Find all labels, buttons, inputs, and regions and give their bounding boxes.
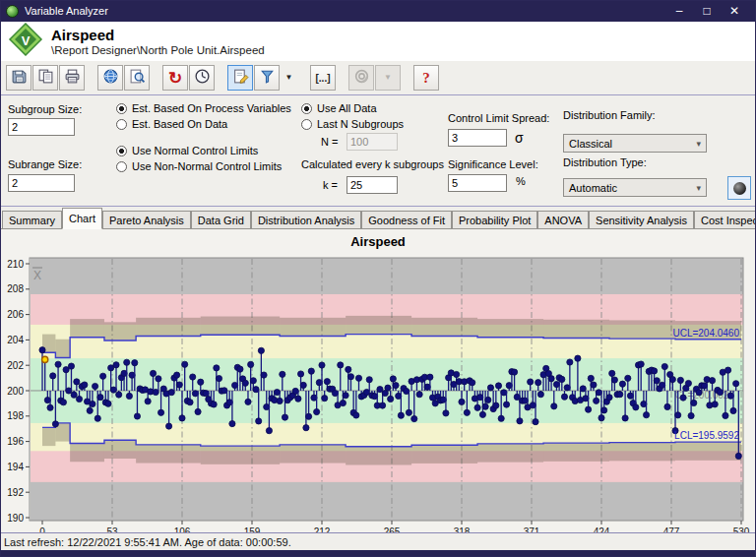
k-input[interactable] [346,176,398,194]
control-limit-spread-input[interactable] [448,129,507,147]
percent-unit-label: % [516,175,526,187]
distribution-family-select[interactable]: Classical ▾ [563,134,707,153]
control-chart-plot[interactable]: CL=200.0026UCL=204.0460LCL=195.9592X1901… [0,252,756,533]
significance-level-label: Significance Level: [448,158,538,170]
radio-est-process-variables[interactable]: Est. Based On Process Variables [116,102,291,114]
filter-dropdown-button[interactable]: ▼ [281,65,297,91]
distribution-family-value: Classical [569,138,612,150]
radio-est-data[interactable]: Est. Based On Data [116,118,227,130]
distribution-type-value: Automatic [569,182,617,194]
web-report-button[interactable] [97,65,123,91]
print-button[interactable] [59,65,85,91]
window-title: Variable Analyzer [25,5,108,17]
radio-label: Use Non-Normal Control Limits [132,160,282,172]
save-button[interactable] [6,65,32,91]
printer-icon [64,68,81,89]
chevron-down-disabled-icon: ▼ [384,74,392,82]
refresh-icon: ↻ [168,70,182,87]
print-preview-button[interactable] [124,65,150,91]
svg-text:196: 196 [7,436,24,447]
report-title: Airspeed [51,27,265,43]
radio-label: Use Normal Control Limits [132,145,258,156]
status-text: Last refresh: 12/22/2021 9:55:41 AM. Age… [4,536,291,548]
svg-text:X: X [33,269,41,282]
n-label: N = [321,136,338,148]
rotate-dropdown-button: ▼ [375,65,401,91]
help-button[interactable]: ? [413,65,439,91]
refresh-button[interactable]: ↻ [162,65,188,91]
chart-panel: Airspeed CL=200.0026UCL=204.0460LCL=195.… [0,229,756,532]
subrange-size-input[interactable] [8,174,75,192]
minimize-button[interactable]: – [669,1,689,21]
svg-text:194: 194 [7,462,24,472]
clock-icon [194,68,211,89]
svg-text:190: 190 [7,513,24,524]
filter-button[interactable] [254,65,280,91]
svg-text:202: 202 [7,360,24,371]
status-bar: Last refresh: 12/22/2021 9:55:41 AM. Age… [0,533,756,550]
radio-label: Use All Data [317,102,377,114]
svg-text:206: 206 [7,309,24,320]
radio-non-normal-limits[interactable]: Use Non-Normal Control Limits [116,160,282,172]
funnel-icon [259,68,276,89]
help-icon: ? [422,70,430,87]
svg-text:208: 208 [7,283,24,294]
radio-use-all-data[interactable]: Use All Data [301,102,377,114]
tab-summary[interactable]: Summary [2,211,62,228]
subrange-button[interactable]: [...] [310,65,336,91]
n-input [346,133,398,151]
tab-chart[interactable]: Chart [62,208,102,229]
save-icon [11,68,28,89]
tab-anova[interactable]: ANOVA [537,211,589,228]
sigma-unit-label: σ [515,130,524,146]
svg-text:V: V [22,33,31,48]
rotate-button [348,65,374,91]
tab-cost-inspector[interactable]: Cost Inspector [694,211,756,228]
svg-text:198: 198 [7,410,24,421]
brackets-ellipsis-icon: [...] [316,73,331,84]
subrange-size-label: Subrange Size: [8,158,82,170]
k-label: k = [323,179,338,191]
tab-probability-plot[interactable]: Probability Plot [452,211,537,228]
radio-icon [301,103,312,114]
control-limit-spread-label: Control Limit Spread: [448,112,549,124]
title-bar: Variable Analyzer – □ ✕ [0,0,756,22]
tab-goodness-of-fit[interactable]: Goodness of Fit [361,211,452,228]
chart-title: Airspeed [0,234,756,249]
sphere-icon [733,182,746,195]
radio-last-n-subgroups[interactable]: Last N Subgroups [301,118,404,130]
svg-text:LCL=195.9592: LCL=195.9592 [674,430,739,441]
svg-text:210: 210 [7,259,24,270]
settings-panel: Subgroup Size: Subrange Size: Est. Based… [0,94,756,207]
tab-data-grid[interactable]: Data Grid [191,211,251,228]
toolbar: ↻ ▼ [...] ▼ ? [0,61,756,94]
window-bottom-edge [0,550,756,557]
radio-icon [301,119,312,130]
svg-text:192: 192 [7,487,24,498]
svg-text:UCL=204.0460: UCL=204.0460 [672,328,739,339]
radio-icon [116,103,127,114]
window-controls: – □ ✕ [669,1,750,21]
tab-sensitivity-analysis[interactable]: Sensitivity Analysis [589,211,694,228]
copy-button[interactable] [32,65,58,91]
rings-icon [353,68,370,89]
significance-level-input[interactable] [448,174,507,192]
distribution-type-select[interactable]: Automatic ▾ [563,178,707,197]
color-scheme-button[interactable] [727,176,751,200]
close-button[interactable]: ✕ [724,1,744,21]
maximize-button[interactable]: □ [697,1,717,21]
tab-pareto-analysis[interactable]: Pareto Analysis [102,211,191,228]
variable-analyzer-logo-icon: V [8,23,43,60]
auto-refresh-button[interactable] [189,65,215,91]
tab-distribution-analysis[interactable]: Distribution Analysis [251,211,361,228]
calculated-every-k-label: Calculated every k subgroups [301,158,444,170]
edit-report-button[interactable] [227,65,253,91]
chevron-down-icon: ▾ [696,139,701,149]
tab-bar: Summary Chart Pareto Analysis Data Grid … [0,207,756,229]
subgroup-size-input[interactable] [8,118,75,136]
magnifier-icon [129,68,146,89]
radio-normal-limits[interactable]: Use Normal Control Limits [116,145,258,156]
radio-label: Est. Based On Data [132,118,227,130]
radio-icon [116,146,127,156]
subgroup-size-label: Subgroup Size: [8,103,82,115]
